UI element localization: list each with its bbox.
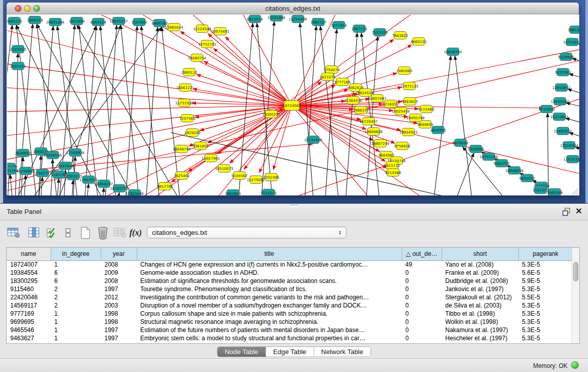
graph-node-label: 19495798	[406, 116, 425, 120]
dropdown-arrows-icon: ▲▼	[338, 228, 342, 237]
graph-node-label: 9462735	[493, 162, 509, 166]
graph-edge	[565, 118, 579, 126]
table-cell: 6	[51, 269, 101, 277]
graph-node-label: 15720407	[359, 120, 378, 124]
table-cell: Dudbridge et al. (2008)	[442, 277, 518, 285]
tab-node-table[interactable]: Node Table	[217, 347, 266, 357]
graph-node-label: 12923448	[125, 192, 144, 196]
function-builder-icon[interactable]: f(x)	[128, 225, 143, 241]
table-cell: Embryonic stem cells: a model to study s…	[137, 334, 402, 342]
graph-node-label: 11675334	[563, 158, 579, 162]
table-row[interactable]: 977716911998Corpus callosum shape and si…	[7, 310, 573, 318]
graph-edge	[117, 192, 119, 195]
table-row[interactable]: 946554611997Estimation of the future num…	[7, 326, 573, 334]
graph-node-label: 15992931	[554, 129, 572, 134]
table-panel: Table Panel ✕	[0, 203, 588, 372]
table-scrollbar[interactable]	[572, 248, 579, 344]
new-column-icon[interactable]	[78, 225, 93, 241]
column-header[interactable]: △ out_de…	[402, 248, 442, 260]
table-row[interactable]: 1830029562008Estimation of significance …	[7, 277, 573, 285]
graph-node-label: 8660125	[410, 40, 426, 44]
table-cell: Investigating the contribution of common…	[137, 293, 402, 301]
panel-divider-grip[interactable]	[290, 205, 298, 207]
graph-node-label: 1881302	[568, 28, 579, 32]
column-header[interactable]: title	[137, 248, 402, 260]
graph-node-label: 9857791	[157, 185, 172, 189]
table-row[interactable]: 911546021997Tourette syndrome. Phenomeno…	[7, 285, 573, 293]
table-scrollbar-thumb[interactable]	[573, 262, 578, 281]
graph-node-label: 2620652	[15, 151, 31, 156]
graph-node-label: 17016504	[560, 144, 578, 148]
graph-edge	[548, 113, 549, 195]
graph-node-label: 3624554	[357, 91, 374, 95]
table-panel-title: Table Panel	[7, 208, 41, 215]
graph-edge	[57, 26, 79, 195]
table-cell: 14569117	[7, 301, 51, 310]
column-header[interactable]: in_degree	[51, 248, 101, 260]
canvas-resize-grip[interactable]	[572, 188, 578, 194]
graph-node-label: 11156869	[16, 169, 35, 173]
table-tabs-row: Node TableEdge TableNetwork Table	[0, 345, 588, 358]
select-checklist-icon[interactable]	[44, 225, 59, 241]
graph-edge	[579, 161, 579, 171]
table-row[interactable]: 1872400712008Changes of HCN gene express…	[7, 260, 573, 269]
tab-network-table[interactable]: Network Table	[314, 347, 371, 357]
graph-node-label: 8064314	[90, 20, 106, 25]
graph-node-label: 9350896	[468, 147, 484, 151]
table-cell: 19384554	[7, 269, 51, 277]
table-cell: 9777169	[7, 310, 51, 318]
table-mode-icon[interactable]	[6, 225, 21, 241]
table-select-dropdown[interactable]: citations_edges.txt ▲▼	[147, 227, 346, 238]
graph-node-label: 9463627	[402, 100, 418, 104]
table-cell: 18724007	[7, 260, 51, 269]
graph-nodes[interactable]: 1872400724055721906319206914061841954806…	[7, 15, 579, 195]
column-header[interactable]: year	[101, 248, 137, 260]
graph-node-label: 18300295	[262, 113, 280, 117]
graph-node-label: 12124549	[193, 27, 211, 31]
graph-edge	[575, 147, 579, 156]
table-row[interactable]: 1456911722003Disruption of a novel membe…	[7, 301, 573, 310]
graph-node-label: 12752191	[198, 42, 216, 47]
table-row[interactable]: 2242004622012Investigating the contribut…	[7, 293, 573, 301]
rows-icon[interactable]	[60, 225, 76, 241]
column-header[interactable]: name	[7, 248, 51, 260]
graph-node-label: 9214568	[385, 171, 401, 175]
table-cell: 22420046	[7, 293, 51, 301]
graph-node-label: 12444194	[551, 100, 569, 104]
window-titlebar[interactable]: citations_edges.txt	[7, 3, 579, 14]
table-cell: 1998	[101, 310, 137, 318]
graph-edge	[569, 133, 579, 142]
table-cell: 5.3E-5	[518, 334, 573, 342]
memory-ok-icon[interactable]	[571, 361, 579, 369]
graph-node-label: 12093872	[552, 86, 571, 90]
graph-node-label: 1071914	[331, 24, 347, 28]
graph-node-label: 16210643	[550, 115, 569, 119]
column-header[interactable]: pagerank	[518, 248, 573, 260]
table-cell: Structural magnetic resonance image aver…	[137, 318, 402, 326]
right-edge-strip	[585, 0, 588, 203]
network-canvas[interactable]: 1872400724055721906319206914061841954806…	[7, 15, 579, 195]
table-row[interactable]: 969969511998Structural magnetic resonanc…	[7, 318, 573, 326]
table-cell: 1997	[101, 285, 137, 293]
table-row[interactable]: 946362711997Embryonic stem cells: a mode…	[7, 334, 573, 342]
show-columns-icon[interactable]	[27, 225, 42, 241]
delete-column-icon[interactable]	[95, 225, 111, 241]
graph-node-label: 10974493	[211, 30, 229, 34]
table-cell: 1997	[101, 326, 137, 334]
graph-node-label: 18724007	[282, 104, 301, 108]
close-panel-icon[interactable]: ✕	[575, 207, 583, 216]
table-cell: 0	[402, 334, 442, 342]
float-panel-icon[interactable]	[562, 208, 571, 216]
tab-edge-table[interactable]: Edge Table	[266, 347, 314, 357]
graph-edge	[15, 53, 18, 195]
graph-edge	[145, 27, 158, 195]
table-cell: 6	[51, 277, 101, 285]
graph-node-label: 9227343	[555, 71, 571, 75]
table-cell: 2	[51, 301, 101, 310]
table-cell: 2	[51, 285, 101, 293]
column-header[interactable]: short	[442, 248, 518, 260]
graph-node-label: 15722406	[267, 16, 286, 20]
table-cell: Estimation of the future numbers of pati…	[137, 326, 402, 334]
table-select-value: citations_edges.txt	[152, 229, 207, 236]
table-row[interactable]: 1938455462009Genome-wide association stu…	[7, 269, 573, 277]
